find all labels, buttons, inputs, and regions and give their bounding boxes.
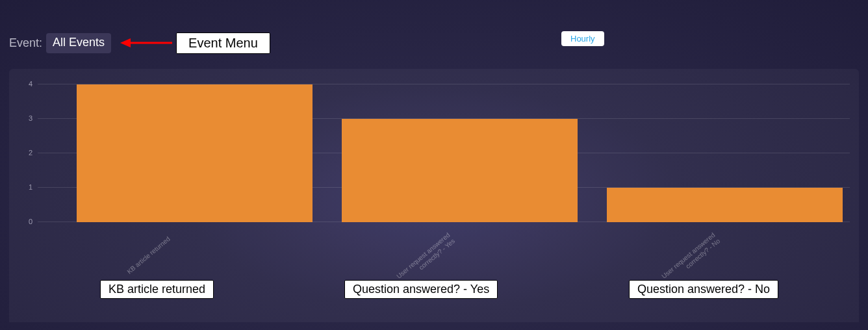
y-tick: 2 xyxy=(29,149,38,157)
bar-label-callout: Question answered? - No xyxy=(629,280,778,299)
bar-label-callout: Question answered? - Yes xyxy=(344,280,498,299)
x-tick-label: KB article returned xyxy=(125,235,172,275)
plot-area: 0 1 2 3 4 xyxy=(38,84,850,222)
event-filter-select[interactable]: All Events xyxy=(46,33,111,53)
top-controls: Event: All Events Event Menu Hourly xyxy=(9,31,859,55)
event-menu-callout: Event Menu xyxy=(176,32,270,54)
event-menu-arrow-icon xyxy=(120,36,172,49)
bar-answered-no[interactable] xyxy=(607,188,843,222)
x-tick-label: User request answered correctly? - No xyxy=(660,231,722,286)
bar-answered-yes[interactable] xyxy=(342,119,578,222)
event-filter-label: Event: xyxy=(9,36,42,50)
y-tick: 1 xyxy=(29,183,38,191)
hourly-button[interactable]: Hourly xyxy=(561,31,604,46)
y-tick: 3 xyxy=(29,114,38,122)
bar-label-callout: KB article returned xyxy=(100,280,214,299)
events-bar-chart: 0 1 2 3 4 KB article returned User reque… xyxy=(9,69,859,322)
svg-marker-1 xyxy=(120,38,131,47)
y-tick: 4 xyxy=(29,80,38,88)
y-tick: 0 xyxy=(29,218,38,225)
x-tick-label: User request answered correctly? - Yes xyxy=(395,231,457,286)
bar-kb-article-returned[interactable] xyxy=(77,84,313,222)
